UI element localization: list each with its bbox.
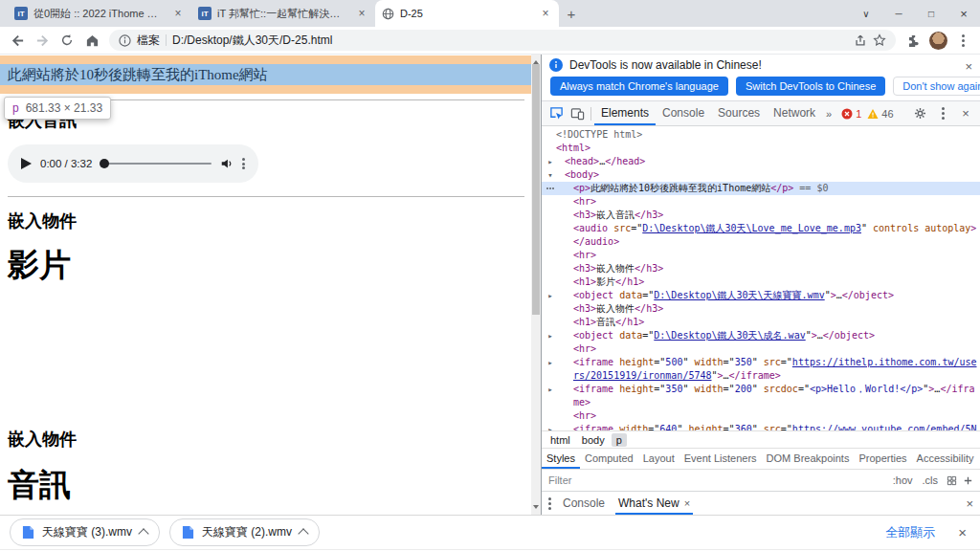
- sidebar-tab-dom-breakpoints[interactable]: DOM Breakpoints: [762, 449, 855, 469]
- dom-tree-line[interactable]: <h3>嵌入音訊</h3>: [542, 209, 980, 222]
- new-tab-button[interactable]: +: [559, 2, 584, 25]
- audio-menu-icon[interactable]: [242, 158, 245, 169]
- dom-tree-line[interactable]: <hr>: [542, 249, 980, 262]
- dom-tree-line[interactable]: <p>此網站將於10秒後跳轉至我的iThome網站</p> == $0: [542, 182, 980, 195]
- devtools-close-icon[interactable]: ×: [955, 103, 976, 124]
- disclosure-arrow-icon[interactable]: ▸: [545, 356, 556, 369]
- disclosure-arrow-icon[interactable]: ▸: [545, 289, 556, 302]
- sidebar-tab-styles[interactable]: Styles: [542, 449, 580, 469]
- drawer-close-icon[interactable]: ×: [966, 496, 973, 511]
- profile-avatar[interactable]: [926, 29, 949, 52]
- page-scrollbar[interactable]: [531, 55, 541, 515]
- grid-icon[interactable]: [947, 475, 957, 486]
- audio-seek-slider[interactable]: [100, 163, 212, 165]
- devtools-menu-icon[interactable]: [932, 103, 953, 124]
- notice-close-icon[interactable]: ×: [965, 59, 972, 74]
- drawer-tab-close-icon[interactable]: ×: [684, 497, 690, 509]
- disclosure-arrow-icon[interactable]: ▾: [545, 168, 556, 182]
- window-close-button[interactable]: ×: [947, 0, 980, 27]
- maximize-button[interactable]: □: [915, 0, 947, 27]
- forward-button[interactable]: [31, 29, 54, 52]
- downloads-close-icon[interactable]: ×: [958, 524, 967, 540]
- dom-tree-line[interactable]: ▸<iframe width="640" height="360" src="h…: [542, 423, 980, 430]
- filter-input[interactable]: Filter: [548, 474, 884, 486]
- audio-player[interactable]: 0:00 / 3:32: [8, 144, 258, 183]
- disclosure-arrow-icon[interactable]: ▸: [545, 383, 556, 396]
- dom-tree-line[interactable]: ▸<head>…</head>: [542, 155, 980, 168]
- seek-thumb[interactable]: [100, 159, 109, 168]
- page-info-icon[interactable]: [119, 34, 131, 47]
- tab-close-icon[interactable]: ×: [355, 7, 368, 20]
- dom-tree-line[interactable]: <hr>: [542, 409, 980, 423]
- dom-tree-line[interactable]: </audio>: [542, 235, 980, 249]
- home-button[interactable]: [80, 29, 103, 52]
- drawer-menu-icon[interactable]: [548, 497, 551, 510]
- dom-tree-line[interactable]: <hr>: [542, 342, 980, 356]
- devtools-tab-sources[interactable]: Sources: [711, 101, 767, 125]
- address-bar[interactable]: 檔案 D:/Desktop/鐵人30天/D-25.html: [109, 30, 896, 51]
- disclosure-arrow-icon[interactable]: ▸: [545, 329, 556, 342]
- download-expand-icon[interactable]: [138, 528, 148, 539]
- devtools-tab-elements[interactable]: Elements: [594, 101, 656, 125]
- tab-close-icon[interactable]: ×: [539, 7, 552, 20]
- dom-tree-line[interactable]: <audio src="D:\Desktop\鐵人30天\Love_me_Lov…: [542, 222, 980, 235]
- line-actions-icon[interactable]: [545, 182, 556, 195]
- download-item[interactable]: 天線寶寶 (2).wmv: [169, 518, 320, 546]
- tab-close-icon[interactable]: ×: [171, 7, 185, 20]
- play-button[interactable]: [21, 158, 32, 169]
- breadcrumb-item-body[interactable]: body: [577, 433, 610, 447]
- dom-tree-line[interactable]: ▾<body>: [542, 168, 980, 182]
- dom-tree-line[interactable]: <h3>嵌入物件</h3>: [542, 302, 980, 316]
- download-item[interactable]: 天線寶寶 (3).wmv: [10, 518, 160, 546]
- pseudo-state-toggle[interactable]: :hov: [890, 474, 916, 486]
- notice-button[interactable]: Don't show again: [893, 77, 980, 96]
- inspect-icon[interactable]: [546, 103, 567, 124]
- dom-tree-line[interactable]: <!DOCTYPE html>: [542, 128, 980, 142]
- back-button[interactable]: [6, 29, 29, 52]
- scroll-down-icon[interactable]: [533, 505, 539, 512]
- sidebar-tab-properties[interactable]: Properties: [854, 449, 911, 469]
- error-badge[interactable]: 1: [841, 108, 861, 120]
- breadcrumb-item-html[interactable]: html: [546, 433, 575, 447]
- pseudo-state-toggle[interactable]: .cls: [920, 474, 942, 486]
- browser-tab[interactable]: iT從0開始 :: 2022 iThome 鐵人賽×: [8, 0, 191, 27]
- dom-tree-line[interactable]: <hr>: [542, 195, 980, 209]
- devtools-tab-network[interactable]: Network: [767, 101, 822, 125]
- address-url[interactable]: D:/Desktop/鐵人30天/D-25.html: [172, 33, 848, 49]
- dom-tree-line[interactable]: <html>: [542, 142, 980, 155]
- show-all-downloads[interactable]: 全部顯示: [885, 524, 935, 541]
- more-tabs-icon[interactable]: »: [822, 108, 835, 120]
- drawer-tab-console[interactable]: Console: [560, 492, 608, 515]
- minimize-button[interactable]: ─: [882, 0, 915, 27]
- dom-tree-line[interactable]: ▸<iframe height="500" width="350" src="h…: [542, 356, 980, 383]
- browser-menu-icon[interactable]: [951, 29, 974, 52]
- browser-tab[interactable]: iTiT 邦幫忙::一起幫忙解決難題...×: [191, 0, 375, 27]
- new-style-rule-icon[interactable]: [963, 475, 973, 486]
- sidebar-tab-layout[interactable]: Layout: [638, 449, 679, 469]
- tab-search-icon[interactable]: ∨: [850, 0, 882, 27]
- sidebar-tab-accessibility[interactable]: Accessibility: [912, 449, 979, 469]
- bookmark-star-icon[interactable]: [873, 33, 886, 47]
- drawer-tab-what's-new[interactable]: What's New×: [615, 492, 693, 515]
- sidebar-tab-computed[interactable]: Computed: [580, 449, 638, 469]
- sidebar-tab-event-listeners[interactable]: Event Listeners: [679, 449, 762, 469]
- share-icon[interactable]: [854, 33, 867, 47]
- dom-tree-line[interactable]: ▸<object data="D:\Desktop\鐵人30天\天線寶寶.wmv…: [542, 289, 980, 302]
- notice-button[interactable]: Always match Chrome's language: [550, 77, 728, 96]
- disclosure-arrow-icon[interactable]: ▸: [545, 423, 556, 430]
- volume-icon[interactable]: [220, 157, 234, 170]
- dom-tree-line[interactable]: <h1>影片</h1>: [542, 276, 980, 289]
- device-toolbar-icon[interactable]: [567, 103, 588, 124]
- refresh-button[interactable]: [56, 29, 78, 52]
- dom-tree-line[interactable]: <h1>音訊</h1>: [542, 316, 980, 329]
- dom-tree-line[interactable]: <h3>嵌入物件</h3>: [542, 262, 980, 276]
- download-expand-icon[interactable]: [298, 528, 308, 539]
- settings-icon[interactable]: [909, 103, 930, 124]
- dom-tree-line[interactable]: ▸<iframe height="350" width="200" srcdoc…: [542, 383, 980, 409]
- scroll-up-icon[interactable]: [533, 57, 539, 64]
- scrollbar-thumb[interactable]: [532, 64, 540, 315]
- disclosure-arrow-icon[interactable]: ▸: [545, 155, 556, 168]
- notice-button[interactable]: Switch DevTools to Chinese: [736, 77, 885, 96]
- warning-badge[interactable]: 46: [867, 108, 893, 120]
- dom-tree-line[interactable]: ▸<object data="D:\Desktop\鐵人30天\成名.wav">…: [542, 329, 980, 342]
